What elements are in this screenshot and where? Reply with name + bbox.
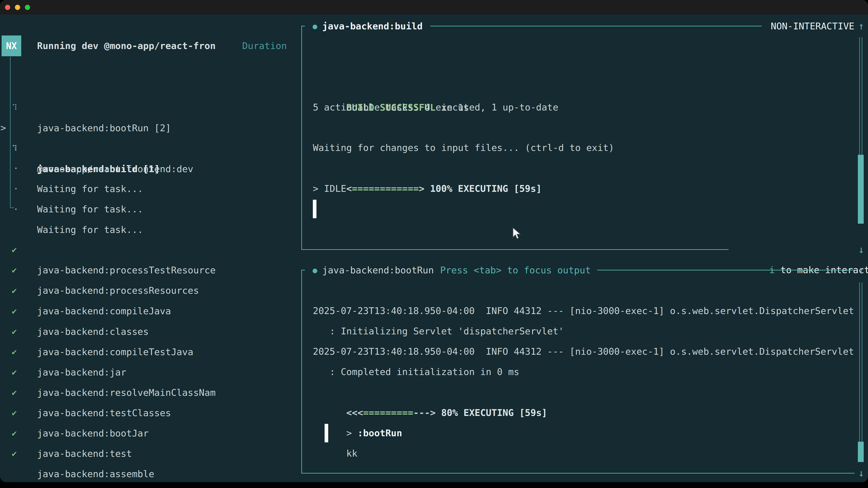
border-line (430, 26, 762, 26)
bootrun-panel-header: ● java-backend:bootRun Press <tab> to fo… (301, 260, 855, 281)
minimize-window-button[interactable] (15, 5, 20, 10)
task-name: java-backend:test (37, 444, 132, 464)
border-stub (301, 270, 305, 270)
non-interactive-badge: NON-INTERACTIVE (762, 21, 855, 32)
terminal-cursor (313, 200, 316, 218)
progress-bar: ============ (352, 183, 419, 194)
typed-input-line[interactable]: kk (313, 423, 358, 443)
task-list-title: Running dev @mono-app/react-fron (37, 36, 216, 56)
task-row-react-dev[interactable]: ⠹ @mono-app/react-frontend:dev Continuou… (0, 118, 301, 138)
task-row-build-selected[interactable]: > ⠹ java-backend:build [1] Continuous (0, 97, 301, 118)
progress-close: > (419, 183, 430, 194)
progress-label: 80% EXECUTING [59s] (441, 408, 547, 418)
actionable-tasks-line: 5 actionable tasks: 4 executed, 1 up-to-… (313, 97, 558, 118)
task-row-completed[interactable]: ✔ java-backend:bootJar 1.1s (0, 382, 301, 402)
bootrun-panel-left-border (301, 270, 302, 473)
border-stub (301, 26, 305, 26)
gradle-task-line: > :bootRun (313, 402, 402, 423)
scroll-down-icon[interactable]: ↓ (855, 239, 868, 260)
interactive-hint: i to make interactive (736, 239, 868, 260)
task-name: Waiting for task... (37, 199, 143, 220)
log-line: : Completed initialization in 0 ms (313, 362, 519, 382)
bootrun-progress-line: <<<=========---> 80% EXECUTING [59s] (313, 382, 547, 402)
scrollbar-track[interactable] (862, 37, 862, 155)
pagination: ← 1/2 → (8, 463, 80, 482)
build-success-line: BUILD SUCCESSFUL in 1s (313, 77, 469, 97)
progress-label: 100% EXECUTING [59s] (430, 183, 541, 194)
check-icon: ✔ (12, 443, 17, 464)
task-row-completed[interactable]: ✔ java-backend:compileJava 4.3s (0, 260, 301, 281)
maximize-window-button[interactable] (25, 5, 30, 10)
task-row-completed[interactable]: ✔ java-backend:compileTestJava 808ms (0, 301, 301, 321)
log-line: 2025-07-23T13:40:18.950-04:00 INFO 44312… (313, 341, 854, 362)
scroll-up-icon[interactable]: ↑ (855, 260, 868, 281)
border-line (597, 270, 855, 270)
close-window-button[interactable] (5, 5, 10, 10)
scrollbar-track[interactable] (859, 283, 860, 442)
keybind-hints: quit: q help: ? (162, 463, 285, 482)
task-bullet-icon: ● (305, 22, 322, 31)
scroll-down-icon[interactable]: ↓ (855, 463, 868, 482)
waiting-changes-line: Waiting for changes to input files... (c… (313, 138, 614, 158)
typed-input-text: kk (346, 448, 358, 459)
task-row-completed[interactable]: ✔ java-backend:test 734ms (0, 402, 301, 423)
progress-open: < (346, 183, 352, 194)
gradle-task-name: :bootRun (358, 428, 402, 438)
task-row-waiting[interactable]: · Waiting for task... (0, 138, 301, 158)
task-row-waiting[interactable]: · Waiting for task... (0, 158, 301, 178)
progress-close: ---> (413, 408, 441, 418)
nx-logo: NX (2, 35, 21, 56)
focus-output-hint: Press <tab> to focus output (440, 265, 591, 275)
log-line: : Initializing Servlet 'dispatcherServle… (313, 321, 564, 341)
build-panel-header: ● java-backend:build NON-INTERACTIVE (301, 16, 855, 36)
task-row-completed[interactable]: ✔ java-backend:assemble 774ms (0, 423, 301, 443)
scrollbar-thumb[interactable] (858, 155, 864, 224)
log-line: 2025-07-23T13:40:18.950-04:00 INFO 44312… (313, 301, 854, 321)
scrollbar-track[interactable] (862, 283, 862, 442)
task-row-completed[interactable]: ✔ java-backend:jar 1.4s (0, 321, 301, 341)
build-panel-bottom-border (301, 249, 728, 250)
titlebar (0, 0, 868, 14)
task-row-completed[interactable]: ✔ java-backend:testClasses 1.3s (0, 362, 301, 382)
task-row-waiting[interactable]: · Waiting for task... (0, 178, 301, 199)
bootrun-panel-title: java-backend:bootRun (322, 265, 434, 275)
build-panel-left-border (301, 26, 302, 250)
mouse-cursor (512, 227, 522, 240)
idle-line: > IDLE (313, 178, 346, 199)
task-row-completed[interactable]: ✔ java-backend:resolveMainClassNam 1.5s (0, 341, 301, 362)
scrollbar-track[interactable] (859, 37, 860, 155)
scrollbar-thumb[interactable] (858, 442, 864, 462)
terminal-cursor (324, 424, 328, 442)
scroll-up-icon[interactable]: ↑ (855, 16, 868, 36)
task-bullet-icon: ● (305, 266, 322, 275)
terminal-window: NX Running dev @mono-app/react-fron Dura… (0, 0, 868, 482)
build-progress-line: <============> 100% EXECUTING [59s] (313, 158, 541, 178)
task-row-completed[interactable]: ✔ java-backend:processResources 1.0s (0, 239, 301, 260)
pending-bullet-icon: · (13, 199, 19, 220)
bootrun-panel-bottom-border (301, 473, 855, 474)
task-row-completed[interactable]: ✔ java-backend:processTestResource 889ms (0, 219, 301, 239)
task-row-completed[interactable]: ✔ java-backend:classes 1.1s (0, 281, 301, 301)
duration-column-header: Duration (242, 36, 287, 56)
task-row-bootrun[interactable]: ⠹ java-backend:bootRun [2] Continuous (0, 77, 301, 97)
build-panel-title: java-backend:build (322, 21, 423, 32)
